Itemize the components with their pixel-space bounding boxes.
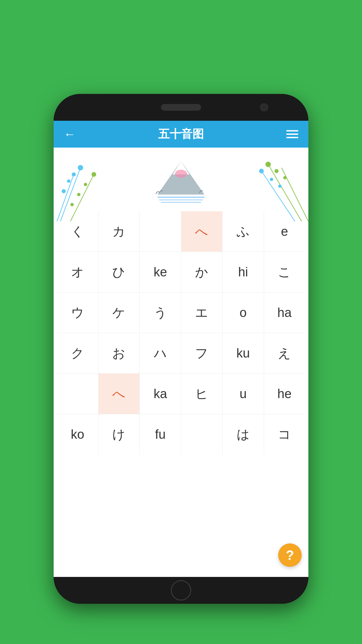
grid-cell[interactable]: フ (181, 333, 223, 373)
grid-cell[interactable]: へ (99, 374, 140, 414)
app-title: 五十音图 (158, 126, 204, 142)
svg-point-17 (259, 169, 264, 173)
grid-cell[interactable]: け (99, 414, 140, 454)
grid-cell[interactable]: u (223, 374, 264, 414)
svg-point-14 (275, 169, 279, 173)
mount-fuji-svg (151, 158, 211, 205)
home-button[interactable] (171, 580, 191, 600)
grid-cell[interactable]: hi (223, 252, 264, 292)
grid-cell[interactable]: は (223, 414, 264, 454)
svg-point-15 (283, 176, 287, 179)
svg-point-3 (72, 172, 76, 176)
phone-screen: ← 五十音图 (54, 121, 308, 577)
grid-cell[interactable]: オ (57, 252, 99, 292)
svg-point-22 (175, 170, 187, 178)
svg-point-5 (62, 189, 66, 193)
svg-point-7 (92, 172, 96, 177)
grid-row: クおハフkuえ (57, 333, 305, 374)
svg-point-8 (84, 183, 87, 186)
grid-cell[interactable]: ko (57, 414, 99, 454)
grid-row: オひkeかhiこ (57, 252, 305, 292)
grid-row: koけfuはコ (57, 414, 305, 454)
svg-point-9 (77, 193, 80, 196)
grid-cell[interactable]: え (264, 333, 305, 373)
svg-point-13 (265, 162, 271, 167)
grid-cell[interactable]: fu (140, 414, 181, 454)
svg-point-4 (67, 179, 70, 183)
phone-bottom (54, 577, 308, 604)
grid-cell[interactable] (140, 211, 181, 252)
grid-cell[interactable]: エ (181, 292, 223, 333)
grid-cell[interactable]: ク (57, 333, 99, 373)
grid-cell[interactable]: う (140, 292, 181, 333)
back-button[interactable]: ← (64, 127, 76, 141)
content-area: くカへふeオひkeかhiこウケうエohaクおハフkuえへkaヒuhekoけfuは… (54, 148, 308, 577)
grid-cell[interactable]: か (181, 252, 223, 292)
grid-cell[interactable]: コ (264, 414, 305, 454)
svg-point-10 (70, 203, 74, 206)
grid-row: へkaヒuhe (57, 374, 305, 414)
grid-cell[interactable]: ひ (99, 252, 140, 292)
menu-line1 (286, 130, 298, 131)
svg-point-19 (278, 184, 282, 188)
svg-line-6 (70, 174, 94, 221)
grid-cell[interactable]: ku (223, 333, 264, 373)
grid-cell[interactable]: ha (264, 292, 305, 333)
grid-cell[interactable]: ヒ (181, 374, 223, 414)
phone-top (54, 94, 308, 121)
grid-cell[interactable]: ウ (57, 292, 99, 333)
grid-row: ウケうエoha (57, 292, 305, 333)
grid-cell[interactable]: ka (140, 374, 181, 414)
menu-button[interactable] (286, 130, 298, 138)
svg-line-16 (261, 171, 295, 221)
grid-cell[interactable]: ke (140, 252, 181, 292)
phone-frame: ← 五十音图 (54, 94, 308, 604)
grid-cell[interactable]: こ (264, 252, 305, 292)
svg-point-18 (270, 178, 273, 181)
grid-cell[interactable]: ハ (140, 333, 181, 373)
phone-speaker (161, 104, 201, 111)
grid-cell[interactable]: o (223, 292, 264, 333)
grid-cell[interactable]: ケ (99, 292, 140, 333)
help-button[interactable]: ? (278, 543, 302, 567)
deco-topright (241, 148, 308, 221)
grid-cell[interactable]: へ (181, 211, 223, 252)
svg-point-2 (78, 165, 83, 170)
grid-cell[interactable]: he (264, 374, 305, 414)
svg-line-1 (57, 174, 74, 221)
phone-camera (260, 103, 268, 111)
help-icon: ? (286, 548, 294, 563)
app-topbar: ← 五十音图 (54, 121, 308, 148)
kana-grid: くカへふeオひkeかhiこウケうエohaクおハフkuえへkaヒuhekoけfuは… (54, 211, 308, 454)
svg-line-11 (268, 164, 302, 221)
grid-cell[interactable]: お (99, 333, 140, 373)
grid-cell[interactable] (181, 414, 223, 454)
menu-line2 (286, 133, 298, 135)
grid-cell[interactable] (57, 374, 99, 414)
menu-line3 (286, 137, 298, 138)
deco-topleft (54, 148, 107, 221)
